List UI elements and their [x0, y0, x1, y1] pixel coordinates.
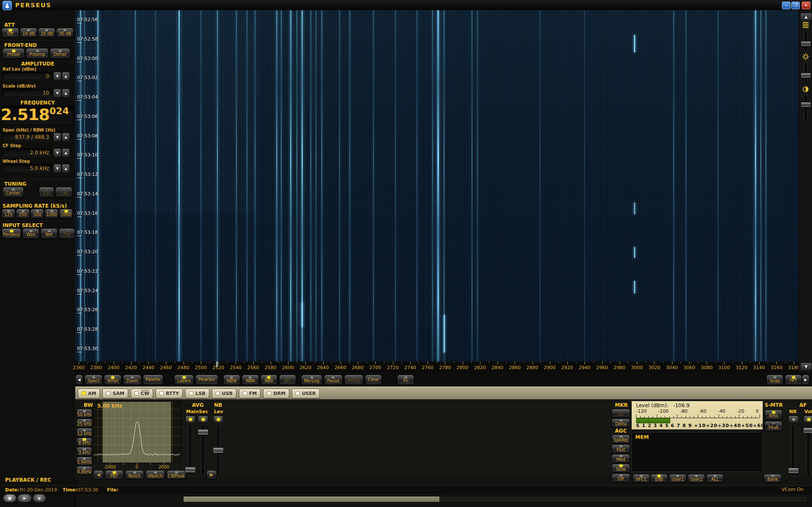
play-button[interactable]: ▶: [17, 494, 32, 502]
mode-sam[interactable]: SAM: [102, 389, 128, 398]
toolbar-wfall[interactable]: WFall: [104, 375, 121, 385]
scroll-up-button[interactable]: ▲: [800, 13, 812, 21]
af-nr-slider-thumb[interactable]: [788, 468, 799, 474]
agc-fast[interactable]: Fast: [612, 444, 630, 453]
scale-db-div-up-button[interactable]: ▲: [62, 89, 70, 98]
agc-slow[interactable]: Slow: [612, 464, 630, 472]
mode-fm[interactable]: FM: [239, 389, 261, 398]
bw-1.6khz[interactable]: 1.6kHz: [77, 457, 92, 466]
frontend-preamp[interactable]: Preamp: [26, 48, 49, 58]
scale-db-div-down-button[interactable]: ▼: [53, 89, 61, 98]
input-wav[interactable]: Wav: [22, 228, 39, 238]
mode-cw[interactable]: CW: [131, 389, 153, 398]
stop-button[interactable]: ■: [3, 494, 16, 502]
toolbar-clear[interactable]: Clear: [365, 375, 382, 385]
mode-lsb[interactable]: LSB: [185, 389, 209, 398]
mode-user[interactable]: USER: [292, 389, 320, 398]
cf-step-field[interactable]: 2.0 kHz: [3, 148, 52, 156]
brightness-slider-thumb[interactable]: [801, 73, 811, 78]
agc-med[interactable]: Med: [612, 454, 630, 463]
af-vol-slider-thumb[interactable]: [803, 428, 812, 433]
samplerate-1000[interactable]: 1000: [45, 209, 58, 218]
cf-step-up-button[interactable]: ▲: [62, 148, 70, 157]
samplerate-2000[interactable]: 2000: [59, 209, 73, 218]
nb-lev-slider-thumb[interactable]: [213, 447, 224, 453]
close-button[interactable]: ✕: [802, 2, 810, 9]
input-perseus[interactable]: Perseus: [2, 228, 21, 238]
toolbar-fn[interactable]: Fn: [397, 375, 414, 385]
mem-user1[interactable]: User1: [669, 474, 686, 482]
filter-left-arrow-button[interactable]: ◀: [93, 470, 104, 479]
toolbar-zoom[interactable]: Zoom: [123, 375, 141, 385]
att-20db[interactable]: 20 dB: [38, 28, 55, 37]
mem-bank[interactable]: Bank: [764, 474, 782, 482]
span-rbw-up-button[interactable]: ▲: [62, 133, 70, 142]
contrast-slider-track[interactable]: [804, 95, 808, 122]
frontend-presel[interactable]: Presel: [3, 48, 25, 58]
ref-lev-up-button[interactable]: ▲: [62, 72, 70, 81]
toolbar-nbw[interactable]: NBW: [223, 375, 240, 385]
avg-sec-slider-thumb[interactable]: [198, 429, 208, 435]
toolbar-nbn[interactable]: NBN: [242, 375, 259, 385]
mem-user2[interactable]: User2: [688, 474, 705, 482]
nb-lev-toggle[interactable]: [213, 416, 223, 423]
wheel-step-down-button[interactable]: ▼: [53, 164, 61, 173]
toolbar-mhold[interactable]: MHold: [344, 375, 363, 385]
filter-cwpeak[interactable]: CWPeak: [167, 470, 186, 479]
avg-sec-toggle[interactable]: [198, 416, 208, 423]
mode-am[interactable]: AM: [78, 389, 100, 398]
minimize-button[interactable]: –: [782, 2, 790, 9]
af-vol-slider[interactable]: [807, 424, 810, 477]
frequency-scale[interactable]: 2360238024002420244024602480250025202540…: [75, 362, 798, 373]
toolbar-afc[interactable]: Afc: [279, 375, 296, 385]
record-button[interactable]: ●: [33, 494, 46, 502]
toolbar-labels[interactable]: Labels: [174, 375, 194, 385]
mem-eibi[interactable]: EIBI: [650, 474, 668, 482]
ref-lev-down-button[interactable]: ▼: [53, 72, 61, 81]
att-30db[interactable]: 30 dB: [56, 28, 74, 37]
mode-rtty[interactable]: RTTY: [156, 389, 183, 398]
bw-0.8khz[interactable]: 0.8kHz: [77, 466, 92, 475]
mode-drm[interactable]: DRM: [263, 389, 289, 398]
samplerate-125[interactable]: 125: [2, 209, 15, 218]
toolbar-pause[interactable]: Pause: [324, 375, 342, 385]
frontend-dither[interactable]: Dither: [50, 48, 70, 58]
samplerate-250[interactable]: 250: [16, 209, 30, 218]
bw-6khz[interactable]: 6 kHz: [77, 438, 92, 447]
agc-off[interactable]: Off: [612, 474, 630, 482]
tuning-center[interactable]: Center: [3, 187, 24, 197]
toolbar-snap[interactable]: Snap: [766, 375, 783, 385]
toolbar-nbv[interactable]: NBV: [261, 375, 277, 385]
af-vol-toggle[interactable]: [804, 416, 812, 423]
toolbar-fft[interactable]: FFT: [785, 375, 802, 385]
scale-left-arrow-button[interactable]: ◀: [75, 375, 83, 385]
avg-main-slider-thumb[interactable]: [185, 467, 196, 473]
input-file[interactable]: File: [59, 228, 75, 238]
waterfall-speed-slider-thumb[interactable]: [801, 41, 811, 47]
avg-main-toggle[interactable]: [185, 416, 195, 423]
mem-all[interactable]: ALL: [706, 474, 724, 482]
avg-main-slider[interactable]: [188, 424, 192, 476]
title-bar[interactable]: PERSEUS – ❒ ✕: [0, 0, 812, 11]
scale-right-arrow-button[interactable]: ▶: [802, 375, 809, 385]
bw-3khz[interactable]: 3 kHz: [77, 447, 92, 456]
wheel-step-up-button[interactable]: ▲: [62, 164, 70, 173]
mkr-delta[interactable]: Delta: [612, 419, 630, 427]
bw-25khz[interactable]: 25 kHz: [77, 419, 92, 428]
bw-12khz[interactable]: 12 kHz: [77, 428, 92, 437]
toolbar-palette[interactable]: Palette: [143, 375, 164, 385]
scroll-down-button[interactable]: ▼: [800, 362, 812, 371]
tuning-cal[interactable]: Cal: [39, 187, 54, 197]
agc-spkrej[interactable]: SpkRej: [612, 435, 630, 443]
smtr-rms[interactable]: Rms: [765, 410, 782, 419]
span-rbw-field[interactable]: 837.9 / 488.3: [3, 133, 52, 141]
af-nr-slider[interactable]: [791, 424, 795, 477]
filter-right-arrow-button[interactable]: ▶: [206, 470, 217, 479]
span-rbw-down-button[interactable]: ▼: [53, 133, 61, 142]
toolbar-mkrlog[interactable]: MkrLog: [301, 375, 322, 385]
contrast-slider-thumb[interactable]: [801, 102, 811, 107]
toolbar-spect[interactable]: Spect: [85, 375, 102, 385]
bw-50khz[interactable]: 50 kHz: [77, 409, 92, 418]
tuning-call[interactable]: Call: [55, 187, 72, 197]
toolbar-peaksrc[interactable]: PeakSrc: [195, 375, 218, 385]
